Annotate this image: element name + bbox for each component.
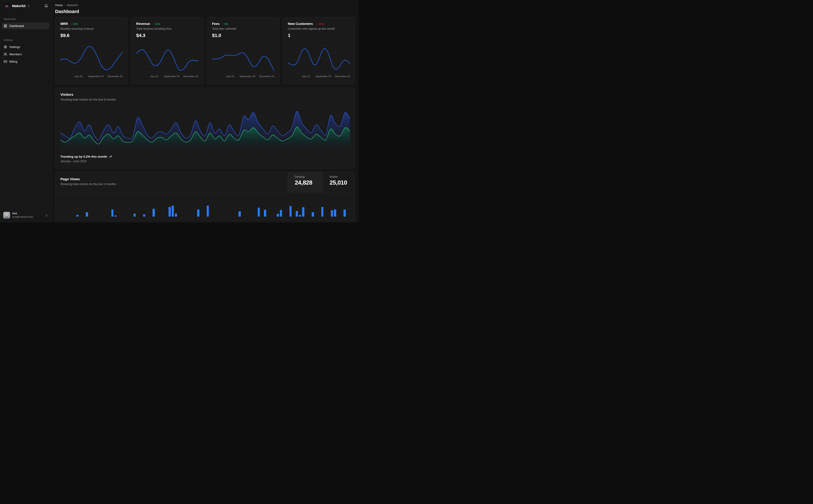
page-views-subtitle: Showing total visitors for the last 3 mo…: [60, 182, 283, 186]
workspace-name: Makerkit: [12, 4, 26, 8]
page-views-bar-chart: [60, 193, 350, 217]
sidebar-item-dashboard[interactable]: Dashboard: [2, 23, 49, 29]
nav-section-settings: Settings: [2, 39, 49, 41]
stat-delta-badge: ↓ -25%: [316, 23, 324, 25]
visitors-title: Visitors: [60, 93, 350, 97]
x-axis-label: December 24: [107, 75, 122, 78]
bar: [239, 211, 241, 217]
x-axis-label: December 24: [259, 75, 274, 78]
x-axis-label: December 24: [335, 75, 350, 78]
x-axis-label: September 24: [164, 75, 179, 78]
bar: [296, 211, 298, 217]
bar: [207, 206, 209, 217]
stat-card-fees: Fees ↑ 9% Total fees collected $1.0 July…: [207, 17, 280, 85]
tab-value: 24,828: [295, 179, 323, 186]
page-views-panel: Page Views Showing total visitors for th…: [55, 172, 355, 222]
visitors-trend-text: Trending up by 5.2% this month: [60, 155, 107, 158]
tab-mobile[interactable]: Mobile 25,010: [323, 172, 355, 192]
bar: [277, 214, 279, 217]
page-views-title: Page Views: [60, 177, 283, 181]
bar: [111, 210, 114, 217]
bar: [299, 215, 301, 217]
app-screen: m Makerkit Application Dashboard Setting…: [0, 0, 359, 222]
x-axis-label: September 24: [88, 75, 104, 78]
x-axis-label: September 24: [315, 75, 331, 78]
chevrons-up-down-icon: [45, 214, 48, 217]
revenue-sparkline-chart: [136, 44, 198, 74]
x-axis-ticks: [60, 148, 350, 149]
nav-section-application: Application: [2, 18, 49, 20]
sidebar-item-billing[interactable]: Billing: [2, 58, 49, 65]
breadcrumb: Home › Makerkit: [55, 3, 355, 7]
stat-delta-badge: ↑ 9%: [222, 23, 228, 25]
bar: [197, 210, 199, 217]
sidebar-nav: Application Dashboard Settings Settings …: [0, 12, 51, 209]
bar: [168, 207, 171, 217]
customers-sparkline-chart: [288, 44, 350, 74]
bar: [133, 214, 136, 217]
bar: [290, 206, 292, 217]
stat-card-revenue: Revenue ↑ 12% Total revenue including fe…: [131, 17, 204, 85]
trending-up-icon: [109, 155, 112, 158]
bar: [172, 206, 174, 217]
tab-value: 25,010: [330, 179, 355, 186]
gear-icon: [4, 45, 7, 49]
bar: [321, 207, 324, 217]
stat-value: 1: [288, 33, 350, 38]
mrr-sparkline-chart: [60, 44, 122, 74]
breadcrumb-home-link[interactable]: Home: [55, 4, 63, 7]
x-axis-label: September 24: [240, 75, 255, 78]
x-axis-label: July 24: [150, 75, 158, 78]
credit-card-icon: [4, 60, 7, 63]
visitors-date-range: January - June 2024: [60, 160, 350, 163]
x-axis-label: July 24: [302, 75, 310, 78]
tab-label: Mobile: [330, 175, 355, 178]
bar: [344, 210, 346, 217]
bar: [331, 210, 333, 217]
stat-subtitle: Total fees collected: [212, 27, 274, 30]
stat-delta-badge: ↑ 20%: [71, 23, 78, 25]
stat-title: Revenue: [136, 22, 150, 26]
sidebar-item-settings[interactable]: Settings: [2, 44, 49, 50]
stat-title: MRR: [60, 22, 68, 26]
bar: [258, 208, 260, 217]
page-header: Home › Makerkit Dashboard: [52, 0, 359, 14]
bar: [86, 212, 88, 217]
makerkit-logo: m: [3, 3, 10, 9]
visitors-area-chart: [60, 104, 350, 148]
bar: [143, 214, 145, 217]
stat-value: $1.0: [212, 33, 274, 38]
sidebar-item-label: Settings: [9, 45, 20, 49]
fees-sparkline-chart: [212, 44, 274, 74]
workspace-switcher[interactable]: m Makerkit: [0, 0, 51, 12]
visitors-subtitle: Showing total visitors for the last 6 mo…: [60, 98, 350, 101]
stat-subtitle: Customers who signed up this month: [288, 27, 350, 30]
stat-title: New Customers: [288, 22, 313, 26]
sidebar-item-label: Members: [9, 53, 22, 56]
bar: [312, 212, 314, 217]
sidebar-item-members[interactable]: Members: [2, 51, 49, 58]
bar: [334, 210, 336, 217]
stat-card-mrr: MRR ↑ 20% Monthly recurring revenue $9.6…: [55, 17, 128, 85]
stat-value: $4.3: [136, 33, 198, 38]
layout-dashboard-icon: [4, 24, 7, 28]
stat-card-new-customers: New Customers ↓ -25% Customers who signe…: [283, 17, 355, 85]
bar: [114, 215, 117, 217]
bar: [280, 210, 282, 217]
user-menu[interactable]: test test@makerkit.dev: [0, 209, 51, 222]
tab-label: Desktop: [295, 175, 323, 178]
stat-delta-badge: ↑ 12%: [153, 23, 160, 25]
user-name: test: [12, 212, 33, 215]
sidebar-item-label: Dashboard: [9, 24, 24, 28]
breadcrumb-current: Makerkit: [67, 4, 78, 7]
user-email: test@makerkit.dev: [12, 215, 33, 219]
stat-subtitle: Total revenue including fees: [136, 27, 198, 30]
x-axis-label: July 24: [226, 75, 234, 78]
stat-value: $9.6: [60, 33, 122, 38]
notifications-bell-icon[interactable]: [44, 4, 48, 8]
x-axis-label: December 24: [183, 75, 198, 78]
x-axis-label: July 24: [74, 75, 82, 78]
tab-desktop[interactable]: Desktop 24,828: [288, 172, 323, 192]
bar: [76, 215, 79, 217]
bar: [152, 209, 155, 217]
